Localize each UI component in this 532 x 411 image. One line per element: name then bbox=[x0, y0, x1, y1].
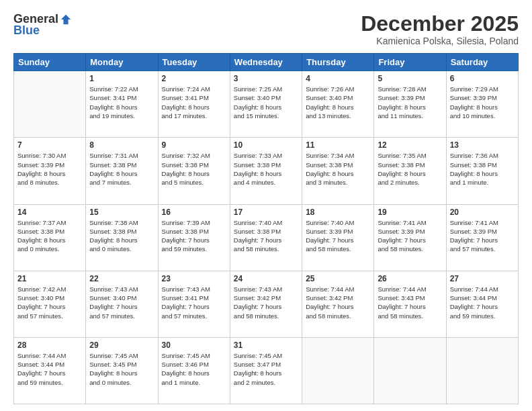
day-info: Sunrise: 7:25 AM Sunset: 3:40 PM Dayligh… bbox=[234, 85, 298, 120]
table-row: 19Sunrise: 7:41 AM Sunset: 3:39 PM Dayli… bbox=[374, 204, 446, 271]
day-info: Sunrise: 7:37 AM Sunset: 3:38 PM Dayligh… bbox=[17, 218, 82, 254]
day-info: Sunrise: 7:40 AM Sunset: 3:39 PM Dayligh… bbox=[306, 218, 370, 254]
day-info: Sunrise: 7:41 AM Sunset: 3:39 PM Dayligh… bbox=[378, 218, 442, 254]
table-row: 29Sunrise: 7:45 AM Sunset: 3:45 PM Dayli… bbox=[86, 337, 158, 404]
day-info: Sunrise: 7:26 AM Sunset: 3:40 PM Dayligh… bbox=[306, 85, 370, 120]
day-info: Sunrise: 7:44 AM Sunset: 3:44 PM Dayligh… bbox=[450, 285, 515, 320]
table-row: 28Sunrise: 7:44 AM Sunset: 3:44 PM Dayli… bbox=[14, 337, 86, 404]
calendar-week-row: 21Sunrise: 7:42 AM Sunset: 3:40 PM Dayli… bbox=[14, 271, 519, 337]
col-saturday: Saturday bbox=[446, 54, 518, 71]
day-number: 27 bbox=[450, 274, 515, 283]
day-info: Sunrise: 7:45 AM Sunset: 3:45 PM Dayligh… bbox=[89, 351, 154, 387]
day-info: Sunrise: 7:30 AM Sunset: 3:39 PM Dayligh… bbox=[17, 151, 82, 187]
table-row: 16Sunrise: 7:39 AM Sunset: 3:38 PM Dayli… bbox=[158, 204, 230, 271]
day-number: 12 bbox=[378, 140, 442, 150]
table-row: 18Sunrise: 7:40 AM Sunset: 3:39 PM Dayli… bbox=[302, 204, 374, 271]
calendar-week-row: 14Sunrise: 7:37 AM Sunset: 3:38 PM Dayli… bbox=[14, 204, 519, 271]
table-row: 17Sunrise: 7:40 AM Sunset: 3:38 PM Dayli… bbox=[230, 204, 302, 271]
month-title: December 2025 bbox=[361, 12, 519, 36]
table-row: 22Sunrise: 7:43 AM Sunset: 3:40 PM Dayli… bbox=[86, 271, 158, 337]
day-number: 16 bbox=[162, 208, 226, 217]
table-row: 7Sunrise: 7:30 AM Sunset: 3:39 PM Daylig… bbox=[14, 138, 86, 204]
table-row: 10Sunrise: 7:33 AM Sunset: 3:38 PM Dayli… bbox=[230, 138, 302, 204]
day-info: Sunrise: 7:43 AM Sunset: 3:40 PM Dayligh… bbox=[89, 285, 154, 320]
col-monday: Monday bbox=[86, 54, 158, 71]
day-info: Sunrise: 7:43 AM Sunset: 3:42 PM Dayligh… bbox=[234, 285, 298, 320]
col-sunday: Sunday bbox=[14, 54, 86, 71]
day-number: 31 bbox=[234, 340, 298, 350]
day-number: 18 bbox=[306, 208, 370, 217]
day-number: 7 bbox=[17, 140, 82, 150]
table-row: 27Sunrise: 7:44 AM Sunset: 3:44 PM Dayli… bbox=[446, 271, 518, 337]
calendar-header-row: Sunday Monday Tuesday Wednesday Thursday… bbox=[14, 54, 519, 71]
header: General Blue December 2025 Kamienica Pol… bbox=[13, 12, 519, 46]
day-info: Sunrise: 7:42 AM Sunset: 3:40 PM Dayligh… bbox=[17, 285, 82, 320]
calendar-table: Sunday Monday Tuesday Wednesday Thursday… bbox=[13, 53, 519, 404]
calendar-week-row: 1Sunrise: 7:22 AM Sunset: 3:41 PM Daylig… bbox=[14, 71, 519, 138]
day-number: 3 bbox=[234, 74, 298, 83]
day-number: 28 bbox=[17, 340, 82, 350]
day-number: 22 bbox=[89, 274, 154, 283]
day-info: Sunrise: 7:32 AM Sunset: 3:38 PM Dayligh… bbox=[162, 151, 226, 187]
logo-blue-text: Blue bbox=[13, 24, 40, 38]
calendar-week-row: 28Sunrise: 7:44 AM Sunset: 3:44 PM Dayli… bbox=[14, 337, 519, 404]
day-info: Sunrise: 7:43 AM Sunset: 3:41 PM Dayligh… bbox=[162, 285, 226, 320]
day-number: 26 bbox=[378, 274, 442, 283]
svg-marker-0 bbox=[61, 14, 71, 24]
day-info: Sunrise: 7:39 AM Sunset: 3:38 PM Dayligh… bbox=[162, 218, 226, 254]
day-info: Sunrise: 7:36 AM Sunset: 3:38 PM Dayligh… bbox=[450, 151, 515, 187]
logo: General Blue bbox=[13, 12, 72, 38]
day-number: 10 bbox=[234, 140, 298, 150]
day-info: Sunrise: 7:28 AM Sunset: 3:39 PM Dayligh… bbox=[378, 85, 442, 120]
col-wednesday: Wednesday bbox=[230, 54, 302, 71]
day-number: 20 bbox=[450, 208, 515, 217]
table-row: 4Sunrise: 7:26 AM Sunset: 3:40 PM Daylig… bbox=[302, 71, 374, 138]
table-row: 30Sunrise: 7:45 AM Sunset: 3:46 PM Dayli… bbox=[158, 337, 230, 404]
table-row: 26Sunrise: 7:44 AM Sunset: 3:43 PM Dayli… bbox=[374, 271, 446, 337]
day-number: 17 bbox=[234, 208, 298, 217]
day-number: 14 bbox=[17, 208, 82, 217]
day-number: 13 bbox=[450, 140, 515, 150]
table-row: 24Sunrise: 7:43 AM Sunset: 3:42 PM Dayli… bbox=[230, 271, 302, 337]
table-row: 20Sunrise: 7:41 AM Sunset: 3:39 PM Dayli… bbox=[446, 204, 518, 271]
col-thursday: Thursday bbox=[302, 54, 374, 71]
day-info: Sunrise: 7:45 AM Sunset: 3:46 PM Dayligh… bbox=[162, 351, 226, 387]
day-number: 23 bbox=[162, 274, 226, 283]
day-number: 19 bbox=[378, 208, 442, 217]
table-row: 1Sunrise: 7:22 AM Sunset: 3:41 PM Daylig… bbox=[86, 71, 158, 138]
location: Kamienica Polska, Silesia, Poland bbox=[361, 36, 519, 46]
day-info: Sunrise: 7:44 AM Sunset: 3:42 PM Dayligh… bbox=[306, 285, 370, 320]
calendar-week-row: 7Sunrise: 7:30 AM Sunset: 3:39 PM Daylig… bbox=[14, 138, 519, 204]
day-info: Sunrise: 7:24 AM Sunset: 3:41 PM Dayligh… bbox=[162, 85, 226, 120]
day-info: Sunrise: 7:45 AM Sunset: 3:47 PM Dayligh… bbox=[234, 351, 298, 387]
table-row bbox=[14, 71, 86, 138]
day-info: Sunrise: 7:29 AM Sunset: 3:39 PM Dayligh… bbox=[450, 85, 515, 120]
table-row: 11Sunrise: 7:34 AM Sunset: 3:38 PM Dayli… bbox=[302, 138, 374, 204]
day-info: Sunrise: 7:22 AM Sunset: 3:41 PM Dayligh… bbox=[89, 85, 154, 120]
table-row: 2Sunrise: 7:24 AM Sunset: 3:41 PM Daylig… bbox=[158, 71, 230, 138]
table-row: 6Sunrise: 7:29 AM Sunset: 3:39 PM Daylig… bbox=[446, 71, 518, 138]
col-friday: Friday bbox=[374, 54, 446, 71]
day-number: 4 bbox=[306, 74, 370, 83]
day-info: Sunrise: 7:31 AM Sunset: 3:38 PM Dayligh… bbox=[89, 151, 154, 187]
day-info: Sunrise: 7:35 AM Sunset: 3:38 PM Dayligh… bbox=[378, 151, 442, 187]
day-number: 24 bbox=[234, 274, 298, 283]
day-number: 25 bbox=[306, 274, 370, 283]
page: General Blue December 2025 Kamienica Pol… bbox=[0, 0, 532, 411]
table-row: 8Sunrise: 7:31 AM Sunset: 3:38 PM Daylig… bbox=[86, 138, 158, 204]
day-number: 29 bbox=[89, 340, 154, 350]
table-row bbox=[446, 337, 518, 404]
table-row: 3Sunrise: 7:25 AM Sunset: 3:40 PM Daylig… bbox=[230, 71, 302, 138]
day-number: 15 bbox=[89, 208, 154, 217]
day-number: 9 bbox=[162, 140, 226, 150]
logo-icon bbox=[60, 13, 72, 26]
table-row: 5Sunrise: 7:28 AM Sunset: 3:39 PM Daylig… bbox=[374, 71, 446, 138]
day-info: Sunrise: 7:40 AM Sunset: 3:38 PM Dayligh… bbox=[234, 218, 298, 254]
col-tuesday: Tuesday bbox=[158, 54, 230, 71]
day-number: 5 bbox=[378, 74, 442, 83]
day-info: Sunrise: 7:41 AM Sunset: 3:39 PM Dayligh… bbox=[450, 218, 515, 254]
table-row: 15Sunrise: 7:38 AM Sunset: 3:38 PM Dayli… bbox=[86, 204, 158, 271]
table-row: 13Sunrise: 7:36 AM Sunset: 3:38 PM Dayli… bbox=[446, 138, 518, 204]
day-number: 1 bbox=[89, 74, 154, 83]
day-info: Sunrise: 7:38 AM Sunset: 3:38 PM Dayligh… bbox=[89, 218, 154, 254]
